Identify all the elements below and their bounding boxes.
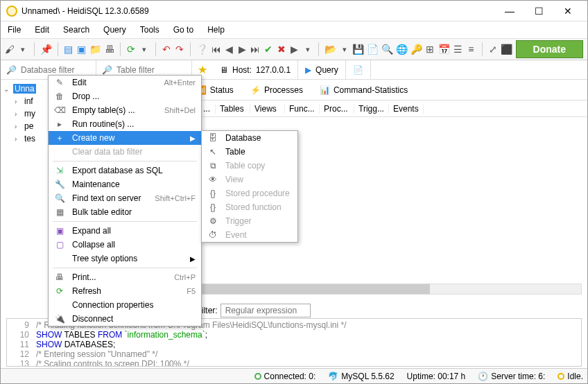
tab-cmdstats[interactable]: 📊Command-Statistics (312, 82, 415, 98)
sub-table[interactable]: ↖Table (202, 145, 297, 159)
create-submenu: 🗄Database ↖Table ⧉Table copy 👁View {}Sto… (201, 130, 298, 243)
expand-icon[interactable]: ⤢ (488, 43, 499, 55)
commit-icon[interactable]: ✔ (263, 43, 274, 55)
table-filter-icon: 🔎 (102, 65, 112, 75)
ctx-maintenance[interactable]: 🔧Maintenance (49, 177, 201, 191)
sub-event[interactable]: ⏱Event (202, 228, 297, 242)
ctx-expand[interactable]: ▣Expand all (49, 224, 201, 238)
ctx-collapse[interactable]: ▢Collapse all (49, 238, 201, 252)
host-icon: 🖥 (220, 65, 228, 75)
disk-icon[interactable]: 💾 (352, 43, 364, 55)
stop-icon[interactable]: ⬛ (501, 43, 512, 55)
ctx-create-new[interactable]: ＋Create new▶ (49, 131, 201, 145)
tree-item[interactable]: ›my (3, 107, 46, 120)
tree-item[interactable]: ›pe (3, 120, 46, 132)
menu-tools[interactable]: Tools (140, 25, 159, 35)
page-icon[interactable]: 📄 (367, 43, 379, 55)
filter-row: ilter: (202, 302, 582, 319)
cancel-icon[interactable]: ✖ (277, 43, 287, 55)
first-icon[interactable]: ⏮ (211, 43, 221, 55)
sub-sf[interactable]: {}Stored function (202, 200, 297, 214)
ctx-edit[interactable]: ✎EditAlt+Enter (49, 76, 201, 89)
ctx-export[interactable]: ⇲Export database as SQL (49, 164, 201, 177)
pin-icon[interactable]: 📌 (40, 43, 52, 55)
save-icon[interactable]: ▣ (76, 43, 87, 55)
ctx-refresh[interactable]: ⟳RefreshF5 (49, 284, 201, 298)
dropdown-arrow-icon[interactable]: ▾ (302, 43, 313, 55)
calendar-icon[interactable]: 📅 (438, 43, 450, 55)
view-icon: 👁 (207, 175, 218, 184)
ctx-empty[interactable]: ⌫Empty table(s) ...Shift+Del (49, 103, 201, 117)
status-connected: Connected: 0: (254, 372, 316, 381)
status-server: 🐬MySQL 5.5.62 (328, 372, 394, 381)
sub-view[interactable]: 👁View (202, 173, 297, 186)
log-line: /* Entering session "Unnamed" */ (36, 349, 157, 359)
menu-query[interactable]: Query (103, 25, 126, 35)
search-icon: 🔍 (54, 193, 65, 203)
print-icon[interactable]: 🖶 (104, 43, 114, 55)
ctx-treestyle[interactable]: Tree style options▶ (49, 252, 201, 265)
tab-processes[interactable]: ⚡Processes (243, 82, 311, 98)
menu-bar: File Edit Search Query Tools Go to Help (1, 21, 587, 38)
ctx-clear[interactable]: Clear data tab filter (49, 145, 201, 159)
new-tab-button[interactable]: 📄 (346, 60, 371, 79)
query-tab-button[interactable]: ▶ Query (298, 60, 346, 79)
help-icon[interactable]: ❔ (196, 43, 208, 55)
grid-icon[interactable]: ⊞ (425, 43, 435, 55)
dropdown-arrow-icon[interactable]: ▾ (339, 43, 349, 55)
ctx-find[interactable]: 🔍Find text on serverShift+Ctrl+F (49, 191, 201, 205)
stack-icon[interactable]: ≡ (466, 43, 476, 55)
ctx-bulk[interactable]: ▦Bulk table editor (49, 205, 201, 219)
donate-button[interactable]: Donate (516, 40, 583, 58)
database-tree[interactable]: ⌄ Unna ›inf ›my ›pe ›tes (1, 80, 49, 281)
tree-root[interactable]: ⌄ Unna (3, 82, 46, 95)
database-filter-icon: 🔎 (6, 65, 17, 75)
sub-tablecopy[interactable]: ⧉Table copy (202, 159, 297, 173)
menu-help[interactable]: Help (207, 25, 225, 35)
ctx-print[interactable]: 🖶Print...Ctrl+P (49, 270, 201, 284)
host-tab[interactable]: 🖥 Host: 127.0.0.1 (213, 60, 298, 79)
log-line: SHOW TABLES FROM `information_schema`; (36, 330, 207, 340)
dropdown-arrow-icon[interactable]: ▾ (139, 43, 150, 55)
folder-icon[interactable]: 📁 (89, 43, 101, 55)
maximize-button[interactable]: ☐ (529, 6, 548, 17)
tree-item[interactable]: ›inf (3, 95, 46, 107)
table-filter-input[interactable] (116, 65, 186, 75)
globe-icon[interactable]: 🌐 (396, 43, 408, 55)
filter-input[interactable] (220, 304, 311, 317)
undo-icon[interactable]: ↶ (162, 43, 172, 55)
horizontal-scrollbar[interactable] (202, 283, 582, 295)
close-button[interactable]: ✕ (558, 6, 578, 17)
ctx-disconnect[interactable]: 🔌Disconnect (49, 312, 201, 326)
dropdown-arrow-icon[interactable]: ▾ (18, 43, 28, 55)
title-bar: Unnamed\ - HeidiSQL 12.3.0.6589 — ☐ ✕ (1, 1, 587, 21)
run-icon[interactable]: ▶ (290, 43, 300, 55)
ctx-drop[interactable]: 🗑Drop ... (49, 89, 201, 103)
chevron-down-icon[interactable]: ⌄ (3, 85, 10, 93)
minimize-button[interactable]: — (500, 6, 519, 17)
database-filter-input[interactable] (21, 65, 90, 75)
chevron-right-icon: ▶ (190, 134, 196, 142)
menu-goto[interactable]: Go to (173, 25, 193, 35)
zoom-icon[interactable]: 🔍 (381, 43, 393, 55)
tree-item[interactable]: ›tes (3, 132, 46, 145)
menu-file[interactable]: File (8, 25, 21, 35)
brush-icon[interactable]: 🖌 (5, 43, 15, 55)
sub-database[interactable]: 🗄Database (202, 131, 297, 145)
ctx-run[interactable]: ▸Run routine(s) ... (49, 117, 201, 131)
prev-icon[interactable]: ◀ (224, 43, 234, 55)
sub-sp[interactable]: {}Stored procedure (202, 186, 297, 200)
open-folder-icon[interactable]: 📂 (325, 43, 336, 55)
new-icon[interactable]: ▤ (63, 43, 74, 55)
redo-icon[interactable]: ↷ (174, 43, 184, 55)
menu-search[interactable]: Search (63, 25, 89, 35)
ctx-connprop[interactable]: Connection properties (49, 298, 201, 312)
last-icon[interactable]: ⏭ (250, 43, 261, 55)
next-icon[interactable]: ▶ (237, 43, 248, 55)
menu-edit[interactable]: Edit (35, 25, 49, 35)
list-icon[interactable]: ☰ (453, 43, 463, 55)
key-icon[interactable]: 🔑 (410, 43, 422, 55)
refresh-icon[interactable]: ⟳ (126, 43, 137, 55)
sub-trigger[interactable]: ⚙Trigger (202, 214, 297, 228)
chart-icon: 📊 (320, 85, 330, 95)
